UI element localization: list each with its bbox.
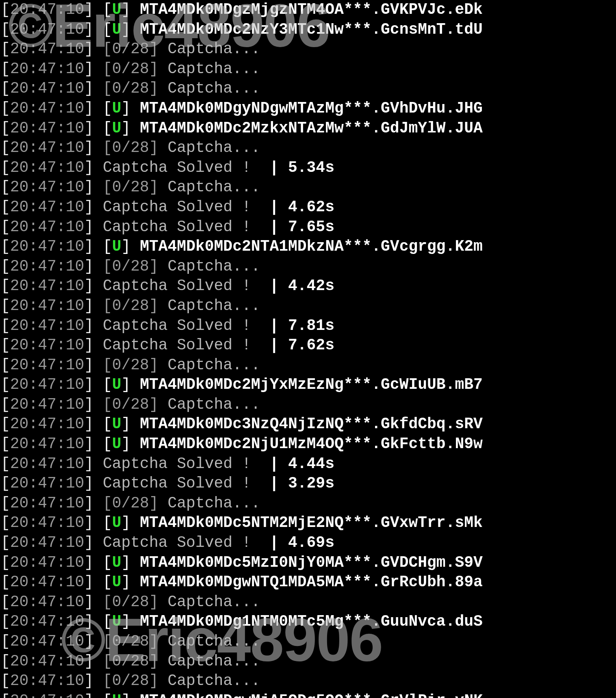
log-line-captcha: [20:47:10] [0/28] Captcha... bbox=[1, 494, 616, 514]
log-line-captcha: [20:47:10] [0/28] Captcha... bbox=[1, 257, 616, 277]
log-line-token: [20:47:10] [U] MTA4MDk0MDgzMjgzNTM4OA***… bbox=[1, 0, 616, 20]
log-line-captcha: [20:47:10] [0/28] Captcha... bbox=[1, 671, 616, 691]
log-line-solved: [20:47:10] Captcha Solved ! | 7.62s bbox=[1, 336, 616, 356]
log-line-solved: [20:47:10] Captcha Solved ! | 4.44s bbox=[1, 454, 616, 474]
log-line-token: [20:47:10] [U] MTA4MDk0MDc5MzI0NjY0MA***… bbox=[1, 553, 616, 573]
log-line-token: [20:47:10] [U] MTA4MDk0MDg1NTM0MTc5Mg***… bbox=[1, 612, 616, 632]
log-line-token: [20:47:10] [U] MTA4MDk0MDc2NTA1MDkzNA***… bbox=[1, 237, 616, 257]
log-line-token: [20:47:10] [U] MTA4MDk0MDc3NzQ4NjIzNQ***… bbox=[1, 414, 616, 434]
log-line-solved: [20:47:10] Captcha Solved ! | 3.29s bbox=[1, 474, 616, 494]
log-line-token: [20:47:10] [U] MTA4MDk0MDc2NjU1MzM4OQ***… bbox=[1, 434, 616, 454]
log-line-token: [20:47:10] [U] MTA4MDk0MDgwMjA5ODg5OQ***… bbox=[1, 691, 616, 698]
log-line-captcha: [20:47:10] [0/28] Captcha... bbox=[1, 632, 616, 652]
log-line-captcha: [20:47:10] [0/28] Captcha... bbox=[1, 178, 616, 197]
log-line-solved: [20:47:10] Captcha Solved ! | 7.81s bbox=[1, 316, 616, 336]
log-line-captcha: [20:47:10] [0/28] Captcha... bbox=[1, 356, 616, 375]
log-line-solved: [20:47:10] Captcha Solved ! | 4.69s bbox=[1, 533, 616, 553]
log-line-token: [20:47:10] [U] MTA4MDk0MDgwNTQ1MDA5MA***… bbox=[1, 572, 616, 592]
log-line-captcha: [20:47:10] [0/28] Captcha... bbox=[1, 59, 616, 79]
terminal-output: [20:47:10] [U] MTA4MDk0MDgzMjgzNTM4OA***… bbox=[0, 0, 616, 698]
log-line-captcha: [20:47:10] [0/28] Captcha... bbox=[1, 138, 616, 158]
log-line-solved: [20:47:10] Captcha Solved ! | 7.65s bbox=[1, 217, 616, 237]
log-line-token: [20:47:10] [U] MTA4MDk0MDc2MjYxMzEzNg***… bbox=[1, 375, 616, 395]
log-line-token: [20:47:10] [U] MTA4MDk0MDgyNDgwMTAzMg***… bbox=[1, 99, 616, 119]
log-line-captcha: [20:47:10] [0/28] Captcha... bbox=[1, 296, 616, 316]
log-line-captcha: [20:47:10] [0/28] Captcha... bbox=[1, 395, 616, 415]
log-line-solved: [20:47:10] Captcha Solved ! | 4.62s bbox=[1, 197, 616, 217]
log-line-solved: [20:47:10] Captcha Solved ! | 4.42s bbox=[1, 276, 616, 296]
log-line-token: [20:47:10] [U] MTA4MDk0MDc2MzkxNTAzMw***… bbox=[1, 119, 616, 139]
log-line-token: [20:47:10] [U] MTA4MDk0MDc5NTM2MjE2NQ***… bbox=[1, 513, 616, 533]
log-line-solved: [20:47:10] Captcha Solved ! | 5.34s bbox=[1, 158, 616, 178]
log-line-captcha: [20:47:10] [0/28] Captcha... bbox=[1, 592, 616, 612]
log-line-captcha: [20:47:10] [0/28] Captcha... bbox=[1, 79, 616, 99]
log-line-captcha: [20:47:10] [0/28] Captcha... bbox=[1, 652, 616, 672]
log-line-token: [20:47:10] [U] MTA4MDk0MDc2NzY3MTc1Nw***… bbox=[1, 20, 616, 40]
log-line-captcha: [20:47:10] [0/28] Captcha... bbox=[1, 39, 616, 59]
